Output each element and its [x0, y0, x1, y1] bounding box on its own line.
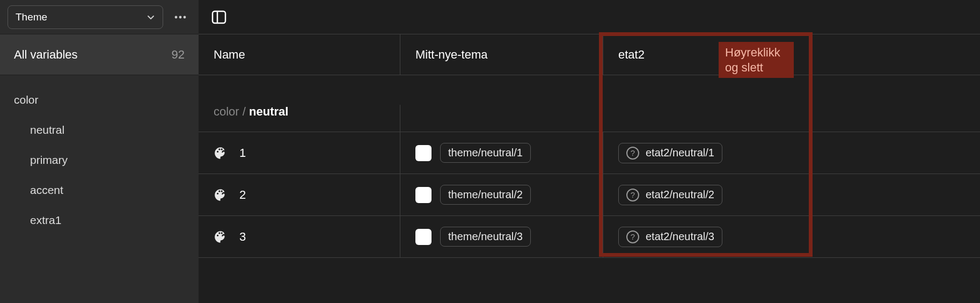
all-variables-label: All variables: [14, 48, 78, 62]
variable-cell-mode1[interactable]: theme/neutral/1: [400, 132, 603, 174]
palette-icon: [214, 230, 228, 244]
table-row: 1 theme/neutral/1 ? etat2/neutral/1: [199, 132, 980, 174]
color-swatch: [415, 187, 432, 203]
variable-cell-mode2[interactable]: ? etat2/neutral/2: [603, 174, 980, 215]
chevron-down-icon: [147, 13, 155, 21]
collection-selector[interactable]: Theme: [8, 5, 163, 29]
variable-value-text: theme/neutral/2: [448, 189, 523, 201]
color-swatch: [415, 229, 432, 245]
palette-icon: [214, 146, 228, 160]
svg-point-2: [184, 16, 186, 18]
tree-item-extra1[interactable]: extra1: [0, 205, 199, 235]
variable-cell-mode1[interactable]: theme/neutral/2: [400, 174, 603, 215]
tree-item-color[interactable]: color: [0, 85, 199, 115]
dots-horizontal-icon: [173, 10, 188, 25]
tree-item-accent[interactable]: accent: [0, 175, 199, 205]
variable-cell-mode2[interactable]: ? etat2/neutral/1: [603, 132, 980, 174]
variable-alias-pill[interactable]: ? etat2/neutral/2: [618, 185, 722, 205]
toggle-sidebar-button[interactable]: [210, 9, 228, 26]
group-path-strong: neutral: [249, 105, 288, 118]
annotation-label: Høyreklikk og slett: [719, 42, 794, 78]
svg-point-0: [175, 16, 178, 18]
variable-name: 1: [239, 146, 246, 160]
variable-alias-text: etat2/neutral/2: [646, 189, 714, 201]
palette-icon: [214, 188, 228, 202]
variable-cell-name[interactable]: 3: [199, 216, 400, 257]
collection-selector-label: Theme: [16, 11, 47, 23]
variable-name: 3: [239, 230, 246, 244]
tree-item-neutral[interactable]: neutral: [0, 115, 199, 145]
variable-cell-name[interactable]: 1: [199, 132, 400, 174]
group-header-row: color / neutral: [199, 75, 980, 132]
variable-alias-text: etat2/neutral/3: [646, 230, 714, 243]
variable-value-pill[interactable]: theme/neutral/2: [440, 185, 531, 205]
variable-name: 2: [239, 188, 246, 202]
variable-value-pill[interactable]: theme/neutral/1: [440, 143, 531, 163]
table-row: 3 theme/neutral/3 ? etat2/neutral/3: [199, 216, 980, 258]
question-circle-icon: ?: [626, 230, 639, 243]
variable-alias-pill[interactable]: ? etat2/neutral/1: [618, 143, 722, 163]
panel-left-icon: [210, 9, 228, 26]
variable-value-pill[interactable]: theme/neutral/3: [440, 227, 531, 247]
variable-cell-mode2[interactable]: ? etat2/neutral/3: [603, 216, 980, 257]
question-circle-icon: ?: [626, 147, 639, 160]
variable-cell-name[interactable]: 2: [199, 174, 400, 215]
column-header-mode1[interactable]: Mitt-nye-tema: [400, 34, 603, 75]
variable-value-text: theme/neutral/1: [448, 147, 523, 159]
color-swatch: [415, 145, 432, 161]
group-path-dim: color /: [214, 105, 249, 118]
tree-item-primary[interactable]: primary: [0, 145, 199, 175]
all-variables-count: 92: [172, 48, 185, 62]
svg-rect-3: [213, 11, 225, 23]
column-header-name[interactable]: Name: [199, 34, 400, 75]
table-row: 2 theme/neutral/2 ? etat2/neutral/2: [199, 174, 980, 216]
variable-alias-text: etat2/neutral/1: [646, 147, 714, 159]
variable-value-text: theme/neutral/3: [448, 230, 523, 243]
sidebar-header: Theme: [0, 0, 199, 34]
svg-point-1: [179, 16, 182, 18]
group-path[interactable]: color / neutral: [199, 105, 400, 132]
variable-alias-pill[interactable]: ? etat2/neutral/3: [618, 227, 722, 247]
more-options-button[interactable]: [170, 10, 191, 25]
sidebar: Theme All variables 92 color neutral pri…: [0, 0, 199, 303]
table-header: Name Mitt-nye-tema etat2: [199, 34, 980, 75]
question-circle-icon: ?: [626, 189, 639, 201]
all-variables-row[interactable]: All variables 92: [0, 34, 199, 75]
variable-cell-mode1[interactable]: theme/neutral/3: [400, 216, 603, 257]
main-toolbar: [199, 0, 980, 34]
main-panel: Name Mitt-nye-tema etat2 color / neutral…: [199, 0, 980, 303]
sidebar-tree: color neutral primary accent extra1: [0, 75, 199, 235]
